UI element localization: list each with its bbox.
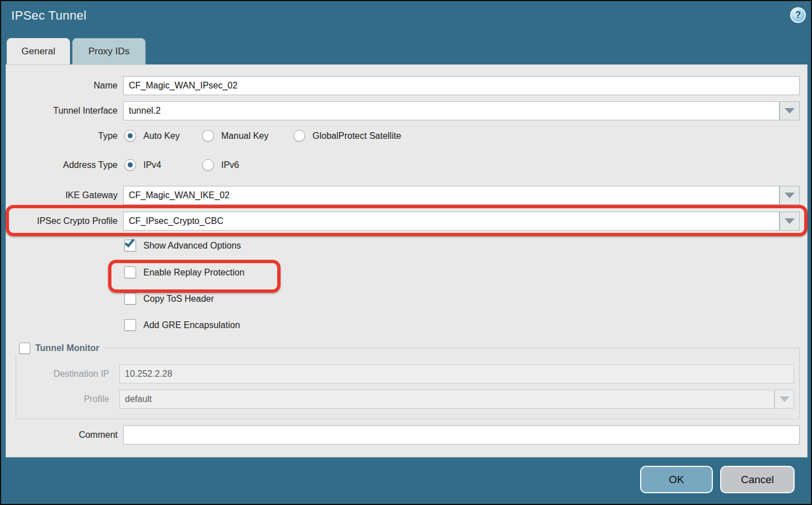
tunnel-monitor-legend: Tunnel Monitor (14, 342, 104, 355)
destination-ip-input[interactable] (119, 364, 794, 384)
radio-manual-key-label: Manual Key (221, 130, 269, 142)
ipsec-tunnel-dialog: IPSec Tunnel ? General Proxy IDs Name Tu… (0, 0, 812, 505)
ike-gateway-dropdown-button[interactable] (780, 186, 800, 205)
profile-input[interactable] (119, 390, 774, 409)
chevron-down-icon (780, 396, 790, 402)
radio-ipv6[interactable] (202, 159, 214, 171)
tunnel-interface-dropdown-button[interactable] (780, 101, 800, 120)
dialog-title: IPSec Tunnel (11, 8, 86, 23)
radio-globalprotect-satellite-label: GlobalProtect Satellite (312, 130, 401, 142)
chevron-down-icon (785, 218, 795, 224)
radio-auto-key[interactable] (124, 130, 136, 142)
radio-manual-key[interactable] (202, 130, 214, 142)
checkbox-show-advanced-options[interactable] (124, 240, 136, 251)
checkbox-enable-replay-protection-label: Enable Replay Protection (143, 266, 245, 279)
radio-ipv4[interactable] (124, 159, 136, 171)
radio-ipv4-label: IPv4 (143, 159, 161, 171)
radio-auto-key-label: Auto Key (143, 130, 180, 142)
ipsec-crypto-profile-dropdown-button[interactable] (780, 212, 800, 231)
checkmark-icon (125, 237, 135, 247)
checkbox-copy-tos-header-label: Copy ToS Header (143, 293, 214, 305)
tunnel-interface-input[interactable] (123, 101, 780, 120)
checkbox-show-advanced-options-label: Show Advanced Options (143, 240, 241, 252)
radio-ipv6-label: IPv6 (221, 159, 239, 171)
radio-globalprotect-satellite[interactable] (293, 130, 305, 142)
ok-button[interactable]: OK (640, 466, 713, 493)
checkbox-enable-replay-protection[interactable] (124, 266, 136, 278)
profile-dropdown-button[interactable] (774, 390, 794, 409)
ipsec-crypto-profile-label: IPSec Crypto Profile (6, 212, 118, 231)
general-tab-panel: Name Tunnel Interface Type Auto Key Manu… (6, 64, 808, 457)
destination-ip-label: Destination IP (6, 364, 109, 384)
comment-label: Comment (6, 425, 118, 445)
name-input[interactable] (123, 76, 800, 95)
tunnel-interface-label: Tunnel Interface (6, 101, 118, 120)
profile-label: Profile (6, 390, 109, 409)
tab-bar: General Proxy IDs (7, 38, 146, 64)
comment-input[interactable] (123, 425, 800, 445)
address-type-label: Address Type (6, 157, 118, 174)
tunnel-monitor-label: Tunnel Monitor (35, 343, 99, 353)
checkbox-add-gre-encapsulation-label: Add GRE Encapsulation (143, 319, 240, 331)
cancel-button[interactable]: Cancel (720, 466, 795, 493)
name-label: Name (6, 76, 118, 95)
ike-gateway-label: IKE Gateway (6, 186, 118, 205)
chevron-down-icon (785, 108, 795, 114)
checkbox-add-gre-encapsulation[interactable] (124, 319, 136, 331)
ipsec-crypto-profile-input[interactable] (123, 212, 780, 231)
tab-general[interactable]: General (7, 38, 70, 64)
type-label: Type (6, 128, 118, 144)
help-icon[interactable]: ? (790, 7, 806, 23)
tab-proxy-ids[interactable]: Proxy IDs (72, 38, 146, 64)
checkbox-copy-tos-header[interactable] (124, 293, 136, 305)
chevron-down-icon (785, 193, 795, 198)
ike-gateway-input[interactable] (123, 186, 780, 205)
checkbox-tunnel-monitor[interactable] (19, 343, 30, 354)
